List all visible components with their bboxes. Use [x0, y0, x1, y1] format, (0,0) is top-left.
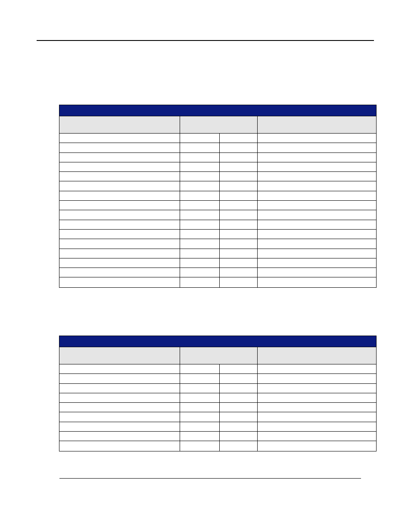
table-cell [180, 277, 220, 287]
table-cell [220, 268, 258, 277]
table-cell [258, 134, 376, 143]
table-cell [220, 249, 258, 258]
table-cell [258, 143, 376, 152]
table-cell [180, 134, 220, 143]
table-cell [180, 384, 220, 393]
table-1 [59, 105, 377, 288]
table-cell [180, 239, 220, 248]
table-cell [220, 162, 258, 171]
table-cell [258, 153, 376, 162]
table-cell [258, 441, 376, 451]
table-cell [258, 393, 376, 402]
table-row [59, 384, 376, 393]
table-cell [258, 220, 376, 229]
table-cell [258, 162, 376, 171]
table-cell [180, 374, 220, 383]
table-row [59, 201, 376, 210]
table-cell [59, 220, 180, 229]
table-cell [180, 412, 220, 421]
table-cell [180, 249, 220, 258]
table-row [59, 277, 376, 287]
table-2-title-bar [59, 336, 376, 347]
table-cell [180, 403, 220, 412]
table-1-header-cell-3 [258, 116, 376, 133]
table-cell [59, 432, 180, 441]
table-row [59, 268, 376, 277]
table-cell [59, 258, 180, 268]
table-cell [180, 181, 220, 190]
table-cell [180, 258, 220, 268]
table-row [59, 239, 376, 249]
table-cell [220, 441, 258, 451]
table-row [59, 172, 376, 181]
table-cell [59, 412, 180, 421]
table-1-title-bar [59, 105, 376, 116]
table-cell [220, 210, 258, 219]
table-cell [220, 181, 258, 190]
table-row [59, 153, 376, 162]
table-row [59, 364, 376, 374]
table-cell [220, 374, 258, 383]
table-row [59, 181, 376, 191]
table-2 [59, 336, 377, 451]
table-2-rows [59, 364, 376, 451]
table-cell [59, 172, 180, 181]
table-cell [258, 268, 376, 277]
table-cell [59, 441, 180, 451]
table-cell [220, 143, 258, 152]
table-cell [59, 210, 180, 219]
table-2-header-cell-3 [258, 347, 376, 364]
table-cell [180, 210, 220, 219]
table-row [59, 432, 376, 441]
table-cell [180, 143, 220, 152]
table-cell [59, 191, 180, 200]
table-cell [59, 181, 180, 190]
table-2-header-row [59, 347, 376, 364]
table-cell [258, 210, 376, 219]
table-row [59, 134, 376, 143]
table-row [59, 162, 376, 172]
table-cell [220, 230, 258, 239]
table-cell [59, 162, 180, 171]
table-cell [258, 239, 376, 248]
table-row [59, 422, 376, 432]
table-cell [180, 230, 220, 239]
table-cell [258, 374, 376, 383]
table-cell [258, 230, 376, 239]
table-cell [180, 268, 220, 277]
table-cell [59, 153, 180, 162]
table-cell [180, 220, 220, 229]
table-row [59, 220, 376, 230]
table-cell [220, 191, 258, 200]
table-cell [59, 422, 180, 431]
table-row [59, 230, 376, 239]
table-cell [258, 181, 376, 190]
table-cell [59, 201, 180, 210]
table-cell [220, 364, 258, 373]
table-cell [180, 153, 220, 162]
table-cell [258, 384, 376, 393]
table-cell [220, 220, 258, 229]
table-2-header-cell-2 [180, 347, 258, 364]
table-cell [180, 364, 220, 373]
table-1-header-cell-1 [59, 116, 180, 133]
table-cell [59, 239, 180, 248]
table-cell [180, 162, 220, 171]
table-1-header-cell-2 [180, 116, 258, 133]
table-cell [258, 172, 376, 181]
table-row [59, 374, 376, 383]
table-cell [59, 230, 180, 239]
table-cell [258, 364, 376, 373]
table-2-header-cell-1 [59, 347, 180, 364]
table-cell [59, 384, 180, 393]
table-cell [220, 277, 258, 287]
table-cell [258, 403, 376, 412]
document-page [0, 0, 411, 532]
table-row [59, 393, 376, 403]
table-cell [220, 393, 258, 402]
table-1-header-row [59, 116, 376, 134]
table-cell [220, 153, 258, 162]
table-cell [258, 412, 376, 421]
table-cell [220, 201, 258, 210]
table-cell [59, 249, 180, 258]
